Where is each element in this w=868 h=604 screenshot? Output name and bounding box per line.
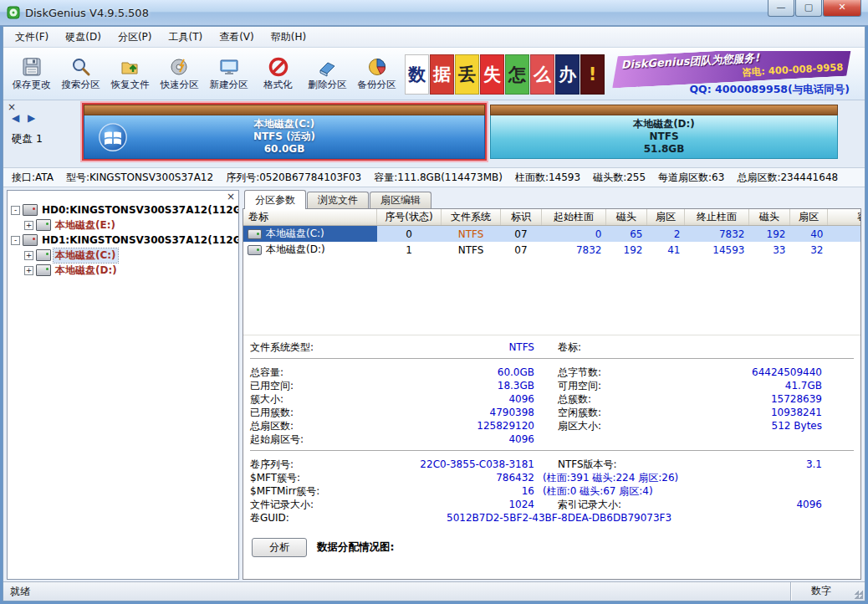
tab-0[interactable]: 分区参数	[244, 190, 306, 209]
detail-label: 已用簇数:	[250, 406, 375, 419]
detail-label: 总簇数:	[534, 392, 700, 406]
menu-item-1[interactable]: 硬盘(D)	[57, 28, 110, 47]
detail-label: 卷序列号:	[250, 458, 375, 471]
cell: 0	[377, 226, 442, 243]
column-header[interactable]: 起始柱面	[542, 209, 606, 226]
toolbar-button-delete-partition[interactable]: 删除分区	[303, 51, 352, 96]
close-button[interactable]: ✕	[823, 0, 861, 17]
disk-info-line: 接口:ATA型号:KINGSTONSV300S37A12序列号:0520B677…	[3, 168, 865, 187]
detail-value-wide: 5012B7D2-5BF2-43BF-8DEA-DB6DB79073F3	[375, 511, 822, 525]
toolbar-button-quick-partition[interactable]: 快速分区	[155, 51, 204, 96]
partition-name: 本地磁盘(D:)	[633, 118, 695, 131]
analyze-row: 分析 数据分配情况图:	[252, 538, 860, 557]
volume-cell: 本地磁盘(D:)	[243, 242, 377, 258]
toolbar-button-save-changes[interactable]: 保存更改	[7, 51, 56, 96]
detail-value: 4096	[700, 498, 822, 511]
menu-item-4[interactable]: 查看(V)	[211, 28, 263, 47]
detail-value: 1024	[375, 498, 534, 511]
volume-cell: 本地磁盘(C:)	[243, 226, 377, 242]
tree-expand-toggle[interactable]: -	[11, 236, 20, 245]
detail-row: 总容量:60.0GB总字节数:64424509440	[250, 366, 860, 379]
cell: 192	[749, 226, 790, 243]
menu-item-2[interactable]: 分区(P)	[110, 28, 161, 47]
column-header[interactable]: 卷标	[243, 209, 377, 226]
toolbar-button-new-partition[interactable]: 新建分区	[204, 51, 253, 96]
tree-item-1[interactable]: +本地磁盘(E:)	[8, 218, 238, 233]
cell: 07	[501, 226, 542, 243]
cell: 7832	[685, 226, 749, 243]
tree-expand-toggle[interactable]: -	[11, 206, 20, 215]
close-icon[interactable]: ×	[8, 101, 16, 113]
detail-row: 文件记录大小:1024索引记录大小:4096	[250, 498, 860, 511]
tree-item-2[interactable]: -HD1:KINGSTONSV300S37A12(112GB)	[8, 233, 238, 248]
disk-info-segment: 序列号:0520B67784103F03	[226, 171, 361, 185]
next-disk-arrow-icon[interactable]: ▶	[28, 112, 38, 124]
prev-disk-arrow-icon[interactable]: ◀	[12, 112, 22, 124]
toolbar-button-recover-files[interactable]: 恢复文件	[105, 51, 155, 96]
ad-tile-2: 丢	[455, 54, 479, 95]
detail-label: 卷标:	[534, 340, 700, 354]
table-body: 本地磁盘(C:)0NTFS07065278321924060.0GB本地磁盘(D…	[243, 226, 860, 258]
table-row[interactable]: 本地磁盘(C:)0NTFS07065278321924060.0GB	[243, 226, 860, 243]
detail-row: 卷GUID:5012B7D2-5BF2-43BF-8DEA-DB6DB79073…	[250, 511, 860, 525]
table-row[interactable]: 本地磁盘(D:)1NTFS0778321924114593333251.8GB	[243, 242, 860, 258]
column-header[interactable]: 序号(状态)	[377, 209, 442, 226]
detail-value: 4096	[375, 392, 534, 406]
partition-bar-d[interactable]: 本地磁盘(D:) NTFS 51.8GB	[490, 105, 838, 159]
minimize-button[interactable]: —	[768, 0, 794, 17]
detail-value: 18.3GB	[375, 379, 534, 392]
close-icon[interactable]: ×	[227, 191, 235, 202]
menu-item-3[interactable]: 工具(T)	[160, 28, 211, 47]
tree-expand-toggle[interactable]: +	[24, 221, 33, 230]
toolbar-button-search-partition[interactable]: 搜索分区	[56, 51, 105, 96]
disk-info-segment: 总扇区数:234441648	[737, 171, 838, 185]
partition-icon	[36, 264, 51, 276]
column-header[interactable]: 文件系统	[442, 209, 501, 226]
column-header[interactable]: 磁头	[606, 209, 647, 226]
disk-info-segment: 型号:KINGSTONSV300S37A12	[66, 171, 213, 185]
toolbar-button-backup-partition[interactable]: 备份分区	[352, 51, 401, 96]
detail-label: 卷GUID:	[250, 511, 375, 525]
detail-row: $MFT簇号:786432(柱面:391 磁头:224 扇区:26)	[250, 471, 860, 484]
detail-row: 已用空间:18.3GB可用空间:41.7GB	[250, 379, 860, 392]
resize-grip[interactable]	[851, 582, 865, 601]
detail-value: 16	[375, 484, 534, 498]
tree-item-3[interactable]: +本地磁盘(C:)	[8, 248, 238, 263]
section-divider	[250, 450, 854, 453]
title-bar[interactable]: DiskGenius V4.9.5.508 — ▢ ✕	[0, 0, 868, 26]
detail-value: 3.1	[700, 458, 822, 471]
column-header[interactable]: 扇区	[790, 209, 828, 226]
tree-expand-toggle[interactable]: +	[24, 251, 33, 260]
tree-item-0[interactable]: -HD0:KINGSTONSV300S37A12(112GB)	[8, 202, 238, 218]
disk-info-segment: 柱面数:14593	[515, 171, 580, 185]
tree-item-4[interactable]: +本地磁盘(D:)	[8, 263, 238, 278]
partition-bar-c[interactable]: 本地磁盘(C:) NTFS (活动) 60.0GB	[84, 105, 485, 159]
tab-1[interactable]: 浏览文件	[307, 192, 369, 208]
partition-table: 卷标序号(状态)文件系统标识起始柱面磁头扇区终止柱面磁头扇区容量 本地磁盘(C:…	[243, 209, 860, 258]
column-header[interactable]: 磁头	[749, 209, 790, 226]
toolbar-button-format[interactable]: 格式化	[253, 51, 303, 96]
column-header[interactable]: 扇区	[647, 209, 685, 226]
menu-item-0[interactable]: 文件(F)	[7, 28, 57, 47]
analyze-button[interactable]: 分析	[252, 538, 307, 557]
table-header-row: 卷标序号(状态)文件系统标识起始柱面磁头扇区终止柱面磁头扇区容量	[243, 209, 860, 226]
column-header[interactable]: 容量	[828, 209, 861, 226]
cell: 192	[606, 242, 647, 258]
disk-label: 硬盘 1	[12, 132, 79, 146]
column-header[interactable]: 终止柱面	[685, 209, 749, 226]
menu-item-5[interactable]: 帮助(H)	[263, 28, 314, 47]
detail-label: $MFT簇号:	[250, 471, 375, 484]
detail-value: 41.7GB	[700, 379, 822, 392]
ad-tile-3: 失	[480, 54, 504, 95]
cell: 2	[647, 226, 685, 243]
tree-expand-toggle[interactable]: +	[24, 266, 33, 275]
column-header[interactable]: 标识	[501, 209, 542, 226]
partition-name: 本地磁盘(C:)	[254, 118, 315, 131]
ad-banner[interactable]: 数据丢失怎么办! DiskGenius团队为您服务! 咨电: 400-008-9…	[405, 51, 861, 96]
maximize-button[interactable]: ▢	[795, 0, 822, 17]
tab-2[interactable]: 扇区编辑	[370, 192, 431, 208]
partition-table-area: 卷标序号(状态)文件系统标识起始柱面磁头扇区终止柱面磁头扇区容量 本地磁盘(C:…	[243, 209, 860, 335]
cell: 40	[790, 226, 828, 243]
detail-label: 扇区大小:	[534, 419, 700, 433]
quick-partition-icon	[169, 56, 191, 78]
